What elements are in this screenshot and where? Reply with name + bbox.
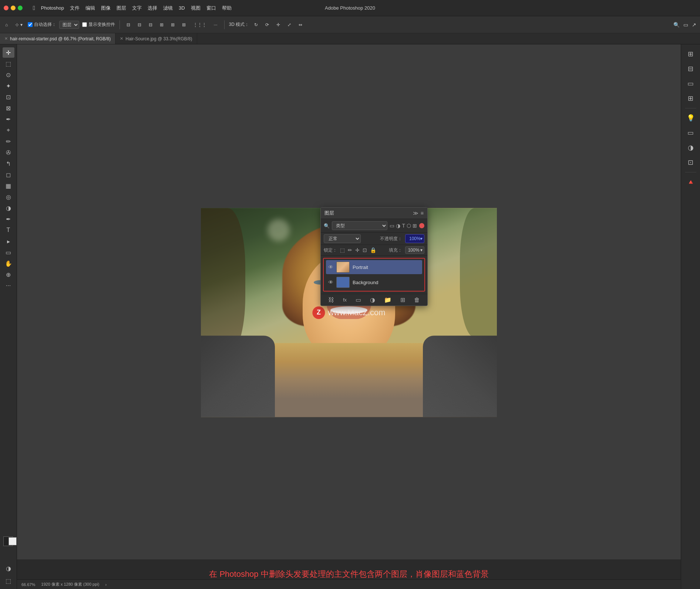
dodge-tool[interactable]: ◑ — [3, 203, 14, 213]
transform-checkbox[interactable]: 显示变换控件 — [82, 21, 115, 28]
background-visibility-icon[interactable]: 👁 — [328, 279, 333, 285]
change-screen-btn[interactable]: ⬚ — [3, 576, 14, 586]
tab-1[interactable]: ✕ hair-removal-starter.psd @ 66.7% (Port… — [0, 33, 115, 44]
3d-slide[interactable]: ⤢ — [285, 21, 293, 28]
fx-btn[interactable]: fx — [343, 297, 347, 303]
align-top[interactable]: ⊞ — [158, 21, 166, 28]
actions-btn[interactable]: ⊡ — [684, 156, 697, 169]
lock-artboard-icon[interactable]: ⊡ — [363, 247, 367, 253]
adjustments-panel-btn[interactable]: ⊞ — [684, 92, 697, 105]
3d-roll[interactable]: ⟳ — [263, 21, 271, 28]
3d-scale[interactable]: ⇔ — [296, 21, 304, 28]
blend-mode-select[interactable]: 正常 — [324, 234, 361, 243]
filter-text-icon[interactable]: T — [402, 223, 405, 229]
tab-2-close[interactable]: ✕ — [120, 36, 123, 41]
status-arrow[interactable]: › — [105, 582, 107, 587]
filter-pixel-icon[interactable]: ▭ — [390, 223, 394, 229]
layer-background[interactable]: 👁 Background — [326, 275, 422, 289]
layer-portrait[interactable]: 👁 Portrait — [326, 260, 422, 274]
3d-rotate[interactable]: ↻ — [252, 21, 260, 28]
pen-tool[interactable]: ✒ — [3, 214, 14, 224]
menu-3d[interactable]: 3D — [179, 5, 185, 11]
filter-type-select[interactable]: 类型 — [332, 221, 387, 230]
minimize-button[interactable] — [11, 6, 16, 10]
layer-select[interactable]: 图层 — [59, 21, 79, 29]
distribute[interactable]: ⋮⋮⋮ — [191, 21, 209, 28]
healing-brush-tool[interactable]: ⌖ — [3, 125, 14, 135]
menu-file[interactable]: 文件 — [70, 5, 80, 11]
hand-tool[interactable]: ✋ — [3, 258, 14, 269]
shape-tool[interactable]: ▭ — [3, 247, 14, 258]
eraser-tool[interactable]: ◻ — [3, 169, 14, 180]
menu-filter[interactable]: 滤镜 — [163, 5, 173, 11]
tab-2[interactable]: ✕ Hair-Source.jpg @ 33.3%(RGB/8) — [115, 33, 197, 44]
3d-pan[interactable]: ✛ — [274, 21, 282, 28]
paths-panel-btn[interactable]: ▭ — [684, 77, 697, 90]
tab-1-close[interactable]: ✕ — [4, 36, 8, 41]
menu-window[interactable]: 窗口 — [206, 5, 216, 11]
share-icon[interactable]: ↗ — [691, 21, 697, 28]
auto-select-checkbox[interactable]: 自动选择： — [28, 21, 56, 28]
gradient-tool[interactable]: ▦ — [3, 181, 14, 191]
canvas-area[interactable]: Z www.MacZ.com 在 Photoshop 中删除头发要处理的主文件包… — [17, 44, 681, 589]
filter-adj-icon[interactable]: ◑ — [396, 223, 400, 229]
path-selection-tool[interactable]: ▸ — [3, 236, 14, 246]
history-brush-tool[interactable]: ↰ — [3, 158, 14, 169]
brush-tool[interactable]: ✏ — [3, 136, 14, 147]
lock-position-icon[interactable]: ✛ — [355, 247, 360, 253]
home-button[interactable]: ⌂ — [3, 21, 10, 28]
filter-smart-icon[interactable]: ⊞ — [413, 223, 417, 229]
properties-btn[interactable]: 💡 — [684, 111, 697, 125]
menu-select[interactable]: 选择 — [148, 5, 157, 11]
adjustment-btn[interactable]: ◑ — [370, 296, 375, 303]
history-btn[interactable]: ◑ — [684, 141, 697, 154]
add-mask-btn[interactable]: ▭ — [356, 296, 361, 303]
menu-image[interactable]: 图像 — [101, 5, 111, 11]
more-options[interactable]: ··· — [212, 21, 220, 28]
align-center-h[interactable]: ⊟ — [135, 21, 144, 28]
menu-edit[interactable]: 编辑 — [85, 5, 95, 11]
menu-text[interactable]: 文字 — [132, 5, 142, 11]
search-icon[interactable]: 🔍 — [673, 21, 680, 28]
move-tool-btn[interactable]: ✛ — [3, 47, 14, 58]
close-button[interactable] — [4, 6, 9, 10]
layers-expand-icon[interactable]: ≫ — [413, 210, 418, 216]
menu-layer[interactable]: 图层 — [117, 5, 126, 11]
workspace-icon[interactable]: ▭ — [683, 21, 689, 28]
text-tool[interactable]: T — [3, 225, 14, 235]
color-panel-btn[interactable]: 🔺 — [684, 175, 697, 189]
group-btn[interactable]: 📁 — [384, 296, 391, 303]
menu-view[interactable]: 视图 — [191, 5, 201, 11]
channels-panel-btn[interactable]: ⊟ — [684, 62, 697, 75]
opacity-dropdown-arrow[interactable]: ▾ — [420, 236, 423, 241]
portrait-visibility-icon[interactable]: 👁 — [328, 264, 333, 270]
maximize-button[interactable] — [18, 6, 23, 10]
lock-all-icon[interactable]: 🔒 — [370, 247, 376, 253]
eyedropper-tool[interactable]: ✒ — [3, 114, 14, 124]
align-left[interactable]: ⊟ — [124, 21, 132, 28]
lock-pixels-icon[interactable]: ✏ — [348, 247, 352, 253]
align-center-v[interactable]: ⊞ — [169, 21, 177, 28]
link-layers-btn[interactable]: ⛓ — [328, 297, 334, 303]
layers-menu-icon[interactable]: ≡ — [421, 210, 424, 216]
libraries-btn[interactable]: ▭ — [684, 126, 697, 139]
more-tools[interactable]: ··· — [3, 280, 14, 291]
zoom-tool[interactable]: ⊕ — [3, 269, 14, 280]
align-bottom[interactable]: ⊞ — [180, 21, 188, 28]
filter-toggle[interactable] — [419, 223, 424, 228]
menu-help[interactable]: 帮助 — [222, 5, 232, 11]
new-layer-btn[interactable]: ⊞ — [400, 296, 405, 303]
marquee-tool[interactable]: ⬚ — [3, 58, 14, 69]
lasso-tool[interactable]: ⊙ — [3, 70, 14, 80]
crop-tool[interactable]: ⊡ — [3, 92, 14, 102]
apple-logo-icon[interactable]:  — [33, 5, 35, 11]
frame-tool[interactable]: ⊠ — [3, 103, 14, 113]
background-color[interactable] — [9, 537, 17, 545]
move-tool[interactable]: ⊹ ▾ — [13, 21, 24, 28]
menu-photoshop[interactable]: Photoshop — [41, 5, 64, 11]
clone-stamp-tool[interactable]: ✇ — [3, 147, 14, 158]
filter-shape-icon[interactable]: ⬡ — [407, 223, 411, 229]
blur-tool[interactable]: ◎ — [3, 192, 14, 202]
layers-panel-btn[interactable]: ⊞ — [684, 47, 697, 61]
quick-mask-btn[interactable]: ◑ — [3, 563, 14, 573]
